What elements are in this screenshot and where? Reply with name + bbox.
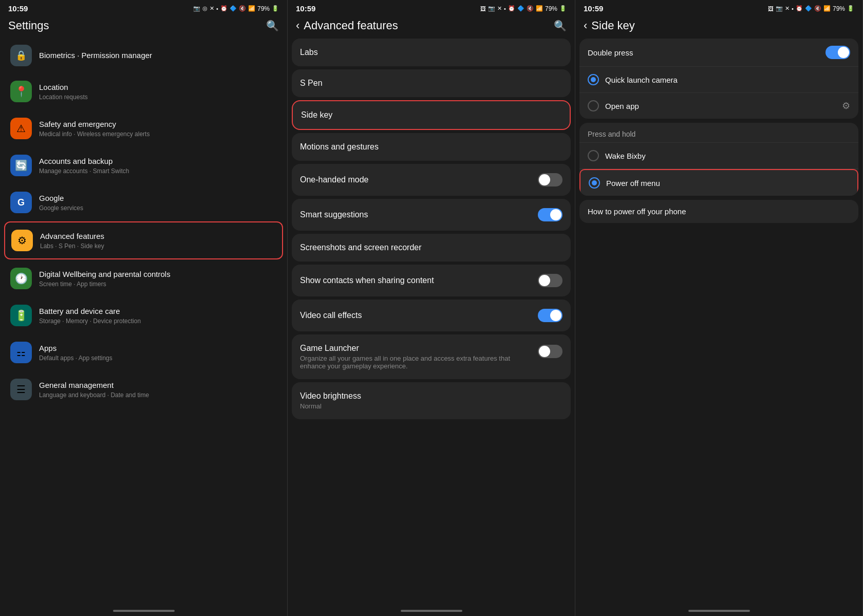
double-press-label: Double press [588, 48, 826, 57]
nav-indicator-1 [113, 610, 175, 612]
advanced-item-contacts[interactable]: Show contacts when sharing content [292, 265, 571, 296]
location-icon: 📍 [10, 81, 32, 102]
advanced-item-videobrightness[interactable]: Video brightness Normal [292, 382, 571, 419]
advanced-item-sidekey[interactable]: Side key [292, 100, 571, 130]
quick-launch-row[interactable]: Quick launch camera [579, 67, 858, 93]
wake-bixby-row[interactable]: Wake Bixby [579, 143, 858, 169]
double-press-thumb [838, 47, 849, 58]
quick-launch-radio[interactable] [588, 74, 599, 85]
settings-item-apps[interactable]: ⚏ Apps Default apps · App settings [4, 334, 283, 370]
x-icon-2: ✕ [497, 5, 502, 12]
header-3: ‹ Side key [575, 15, 862, 39]
motions-text: Motions and gestures [300, 142, 562, 152]
dot-icon-2: • [504, 6, 506, 12]
settings-item-google[interactable]: G Google Google services [4, 184, 283, 220]
onehanded-text: One-handed mode [300, 175, 538, 184]
settings-item-advanced[interactable]: ⚙ Advanced features Labs · S Pen · Side … [4, 221, 283, 259]
apps-icon: ⚏ [10, 342, 32, 363]
open-app-radio[interactable] [588, 100, 599, 111]
alarm-icon-2: ⏰ [508, 5, 515, 12]
safety-text: Safety and emergency Medical info · Wire… [39, 119, 277, 138]
settings-item-battery[interactable]: 🔋 Battery and device care Storage · Memo… [4, 297, 283, 333]
google-subtitle: Google services [39, 204, 277, 212]
settings-item-biometrics[interactable]: 🔒 Biometrics · Permission manager [4, 39, 283, 72]
back-button-2[interactable]: ‹ [296, 19, 299, 32]
power-off-row[interactable]: Power off menu [579, 169, 858, 196]
mute-icon-3: 🔇 [814, 5, 821, 12]
contacts-thumb [539, 275, 550, 286]
settings-item-location[interactable]: 📍 Location Location requests [4, 73, 283, 109]
wifi-icon: 📶 [248, 5, 255, 12]
mute-icon: 🔇 [239, 5, 246, 12]
status-bar-1: 10:59 📷 ◎ ✕ • ⏰ 🔷 🔇 📶 79% 🔋 [0, 0, 287, 15]
advanced-item-screenshots[interactable]: Screenshots and screen recorder [292, 234, 571, 262]
mute-icon-2: 🔇 [527, 5, 534, 12]
advanced-title: Advanced features [40, 231, 276, 241]
search-button-2[interactable]: 🔍 [554, 20, 567, 32]
advanced-item-smartsugg[interactable]: Smart suggestions [292, 199, 571, 231]
battery-icon-3: 🔋 [847, 5, 854, 12]
advanced-list: Labs S Pen Side key Motions and gestures… [288, 39, 575, 606]
location-text: Location Location requests [39, 82, 277, 101]
accounts-icon: 🔄 [10, 155, 32, 176]
settings-item-digital[interactable]: 🕐 Digital Wellbeing and parental control… [4, 260, 283, 296]
status-bar-2: 10:59 🖼 📷 ✕ • ⏰ 🔷 🔇 📶 79% 🔋 [288, 0, 575, 15]
advanced-item-videocall[interactable]: Video call effects [292, 300, 571, 331]
sidekey-page-title: Side key [591, 19, 854, 32]
time-1: 10:59 [8, 4, 28, 13]
advanced-item-labs[interactable]: Labs [292, 39, 571, 66]
quick-launch-label: Quick launch camera [605, 76, 850, 84]
double-press-toggle[interactable] [826, 46, 850, 59]
search-button-1[interactable]: 🔍 [266, 20, 279, 32]
bt-icon: 🔷 [230, 5, 237, 12]
status-icons-2: 🖼 📷 ✕ • ⏰ 🔷 🔇 📶 79% 🔋 [480, 5, 567, 12]
gamelauncher-toggle[interactable] [538, 345, 562, 358]
apps-text: Apps Default apps · App settings [39, 343, 277, 362]
open-app-row[interactable]: Open app ⚙ [579, 93, 858, 119]
photo-icon-3: 🖼 [768, 6, 774, 12]
advanced-item-gamelauncher[interactable]: Game Launcher Organize all your games al… [292, 334, 571, 379]
panel-sidekey: 10:59 🖼 📷 ✕ • ⏰ 🔷 🔇 📶 79% 🔋 ‹ Side key D… [575, 0, 863, 616]
settings-item-general[interactable]: ☰ General management Language and keyboa… [4, 371, 283, 407]
bt-icon-2: 🔷 [517, 5, 524, 12]
dot-icon: • [216, 6, 218, 12]
circle-icon: ◎ [202, 5, 208, 12]
header-2: ‹ Advanced features 🔍 [288, 15, 575, 39]
settings-item-safety[interactable]: ⚠ Safety and emergency Medical info · Wi… [4, 110, 283, 146]
onehanded-toggle[interactable] [538, 173, 562, 186]
advanced-item-motions[interactable]: Motions and gestures [292, 133, 571, 161]
battery-icon-2: 🔋 [559, 5, 567, 12]
open-app-gear-icon[interactable]: ⚙ [842, 100, 850, 111]
wake-bixby-radio[interactable] [588, 150, 599, 161]
google-title: Google [39, 193, 277, 203]
alarm-icon-3: ⏰ [796, 5, 803, 12]
cam-icon-2: 📷 [488, 5, 495, 12]
digital-subtitle: Screen time · App timers [39, 281, 277, 288]
battery-title: Battery and device care [39, 306, 277, 316]
advanced-item-onehanded[interactable]: One-handed mode [292, 164, 571, 196]
advanced-icon: ⚙ [11, 230, 33, 251]
settings-item-accounts[interactable]: 🔄 Accounts and backup Manage accounts · … [4, 147, 283, 183]
screenshots-text: Screenshots and screen recorder [300, 243, 562, 252]
status-icons-3: 🖼 📷 ✕ • ⏰ 🔷 🔇 📶 79% 🔋 [768, 5, 854, 12]
gamelauncher-subtitle: Organize all your games all in one place… [300, 354, 533, 370]
back-button-3[interactable]: ‹ [584, 19, 587, 32]
x-icon-3: ✕ [785, 5, 790, 12]
videocall-toggle[interactable] [538, 309, 562, 322]
power-off-radio[interactable] [589, 177, 600, 189]
quick-launch-dot [591, 77, 596, 82]
advanced-item-spen[interactable]: S Pen [292, 69, 571, 97]
contacts-toggle[interactable] [538, 274, 562, 287]
double-press-row[interactable]: Double press [579, 39, 858, 67]
sidekey-text: Side key [301, 110, 561, 120]
battery-2: 79% [545, 5, 557, 12]
advanced-page-title: Advanced features [304, 19, 554, 32]
how-to-power-row[interactable]: How to power off your phone [579, 200, 858, 223]
smartsugg-toggle[interactable] [538, 208, 562, 221]
battery-care-icon: 🔋 [10, 305, 32, 326]
videobrightness-subtitle: Normal [300, 402, 562, 410]
spen-title: S Pen [300, 79, 562, 88]
press-hold-section: Press and hold Wake Bixby Power off menu [579, 123, 858, 196]
double-press-section: Double press Quick launch camera Open ap… [579, 39, 858, 119]
photo-icon-2: 🖼 [480, 6, 486, 12]
